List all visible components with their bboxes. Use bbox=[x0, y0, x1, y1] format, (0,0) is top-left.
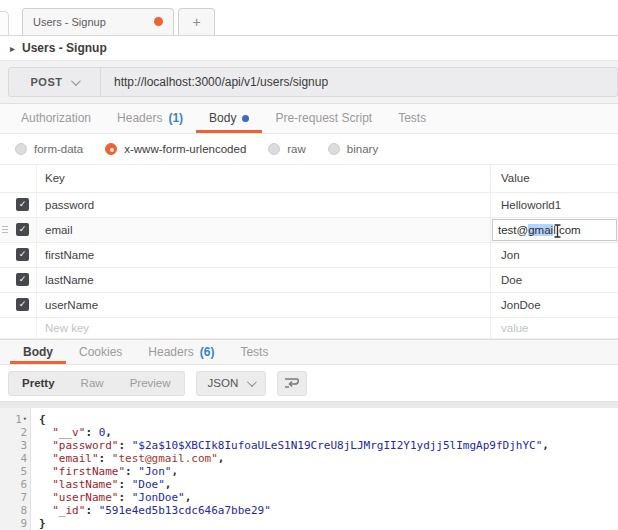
url-bar: POST http://localhost:3000/api/v1/users/… bbox=[0, 61, 618, 104]
method-select[interactable]: POST bbox=[9, 68, 101, 96]
line-number-text: 7 bbox=[20, 491, 27, 504]
line-number-text: 4 bbox=[20, 452, 27, 465]
caret-right-icon: ▸ bbox=[10, 43, 15, 54]
tab-count-badge: (6) bbox=[200, 345, 215, 359]
wrap-text-button[interactable] bbox=[277, 371, 307, 396]
tab-authorization[interactable]: Authorization bbox=[8, 104, 104, 133]
tab-body[interactable]: Body bbox=[196, 104, 262, 133]
param-row-new: New keyvalue bbox=[0, 318, 618, 339]
postman-app: Users - Signup + ▸ Users - Signup POST h… bbox=[0, 0, 618, 530]
param-key-input[interactable]: firstName bbox=[36, 243, 490, 267]
param-key-input[interactable]: password bbox=[36, 193, 490, 217]
code-line: "__v": 0, bbox=[39, 426, 618, 439]
tab-label: Authorization bbox=[21, 111, 91, 125]
view-mode-preview[interactable]: Preview bbox=[117, 377, 184, 389]
params-table: KeyValue✓passwordHelloworld1✓emailtest@g… bbox=[0, 165, 618, 339]
text-cursor-icon bbox=[553, 224, 562, 240]
method-label: POST bbox=[31, 76, 63, 88]
tab-label: Pre-request Script bbox=[275, 111, 372, 125]
checkbox-cell: ✓ bbox=[9, 268, 36, 292]
token-p: , bbox=[542, 439, 549, 452]
param-value-cell[interactable]: Jon bbox=[490, 243, 618, 267]
checkbox-checked[interactable]: ✓ bbox=[16, 248, 29, 261]
drag-handle-spacer bbox=[0, 165, 9, 192]
format-label: JSON bbox=[208, 377, 239, 389]
tab-body[interactable]: Body bbox=[10, 340, 66, 365]
url-control: POST http://localhost:3000/api/v1/users/… bbox=[8, 67, 618, 97]
value-text-before: test@ bbox=[498, 224, 528, 236]
tab-pre-request-script[interactable]: Pre-request Script bbox=[262, 104, 385, 133]
tab-label: Tests bbox=[240, 345, 268, 359]
checkbox-checked[interactable]: ✓ bbox=[16, 223, 29, 236]
response-toolbar: PrettyRawPreview JSON bbox=[0, 365, 618, 401]
request-tab[interactable]: Users - Signup bbox=[22, 8, 174, 35]
checkbox-cell: ✓ bbox=[9, 218, 36, 242]
param-key-input[interactable]: email bbox=[36, 218, 490, 242]
token-p: , bbox=[218, 452, 225, 465]
body-mode-radios: form-datax-www-form-urlencodedrawbinary bbox=[0, 134, 618, 165]
token-k: "__v" bbox=[52, 426, 85, 439]
tab-headers[interactable]: Headers(1) bbox=[104, 104, 196, 133]
token-p: : bbox=[85, 426, 98, 439]
body-mode-label: binary bbox=[347, 143, 378, 155]
code-line: "email": "test@gmail.com", bbox=[39, 452, 618, 465]
new-tab-button[interactable]: + bbox=[178, 8, 215, 35]
param-key-input[interactable]: userName bbox=[36, 293, 490, 317]
checkbox-cell bbox=[9, 318, 36, 338]
checkbox-checked[interactable]: ✓ bbox=[16, 298, 29, 311]
param-value-cell[interactable]: JonDoe bbox=[490, 293, 618, 317]
param-key-input[interactable]: lastName bbox=[36, 268, 490, 292]
request-header-row[interactable]: ▸ Users - Signup bbox=[0, 36, 618, 62]
json-code[interactable]: { "__v": 0, "password": "$2a$10$XBCIk8Iu… bbox=[31, 408, 618, 530]
code-line: "_id": "591e4ed5b13cdc646a7bbe29" bbox=[39, 504, 618, 517]
request-tabs: AuthorizationHeaders(1)BodyPre-request S… bbox=[0, 104, 618, 134]
param-value-input: Jon bbox=[501, 249, 520, 261]
plus-icon: + bbox=[192, 14, 200, 30]
body-mode-raw[interactable]: raw bbox=[268, 143, 306, 155]
checkbox-cell: ✓ bbox=[9, 293, 36, 317]
value-column-header: Value bbox=[490, 165, 618, 192]
radio-icon bbox=[105, 143, 117, 155]
line-number-gutter: 1▾23456789 bbox=[0, 408, 31, 530]
token-s: "591e4ed5b13cdc646a7bbe29" bbox=[99, 504, 271, 517]
token-w bbox=[39, 426, 52, 439]
line-number-text: 9 bbox=[20, 517, 27, 530]
new-value-input[interactable]: value bbox=[490, 318, 618, 338]
drag-handle-icon[interactable] bbox=[0, 218, 9, 242]
param-value-cell[interactable]: Helloworld1 bbox=[490, 193, 618, 217]
view-mode-raw[interactable]: Raw bbox=[68, 377, 117, 389]
param-value-input-active[interactable]: test@gmail.com bbox=[492, 219, 617, 241]
view-mode-pretty[interactable]: Pretty bbox=[9, 377, 68, 389]
token-p: { bbox=[39, 413, 46, 426]
tab-label: Cookies bbox=[79, 345, 122, 359]
token-p: : bbox=[118, 491, 131, 504]
checkbox-checked[interactable]: ✓ bbox=[16, 273, 29, 286]
tab-tests[interactable]: Tests bbox=[227, 340, 281, 365]
param-row-lastName: ✓lastNameDoe bbox=[0, 268, 618, 293]
token-w bbox=[39, 478, 52, 491]
tab-cookies[interactable]: Cookies bbox=[66, 340, 135, 365]
new-key-input[interactable]: New key bbox=[36, 318, 490, 338]
body-mode-form-data[interactable]: form-data bbox=[15, 143, 83, 155]
tab-headers[interactable]: Headers(6) bbox=[135, 340, 227, 365]
checkbox-checked[interactable]: ✓ bbox=[16, 198, 29, 211]
code-line: "lastName": "Doe", bbox=[39, 478, 618, 491]
tab-bar: Users - Signup + bbox=[0, 0, 618, 36]
param-value-cell[interactable]: test@gmail.com bbox=[490, 218, 618, 242]
body-mode-x-www-form-urlencoded[interactable]: x-www-form-urlencoded bbox=[105, 143, 246, 155]
token-p: , bbox=[185, 491, 192, 504]
param-value-cell[interactable]: Doe bbox=[490, 268, 618, 292]
line-number: 1▾ bbox=[0, 413, 30, 426]
tab-count-badge: (1) bbox=[168, 111, 183, 125]
param-value-input: Helloworld1 bbox=[501, 199, 561, 211]
response-tabs: BodyCookiesHeaders(6)Tests bbox=[0, 339, 618, 366]
body-mode-binary[interactable]: binary bbox=[328, 143, 378, 155]
format-select[interactable]: JSON bbox=[196, 371, 267, 396]
url-input[interactable]: http://localhost:3000/api/v1/users/signu… bbox=[101, 68, 617, 96]
tab-tests[interactable]: Tests bbox=[385, 104, 439, 133]
chevron-down-icon bbox=[71, 76, 81, 86]
token-w bbox=[39, 504, 52, 517]
chevron-down-icon bbox=[247, 377, 257, 387]
fold-caret-icon[interactable]: ▾ bbox=[23, 413, 27, 426]
body-mode-label: raw bbox=[287, 143, 306, 155]
